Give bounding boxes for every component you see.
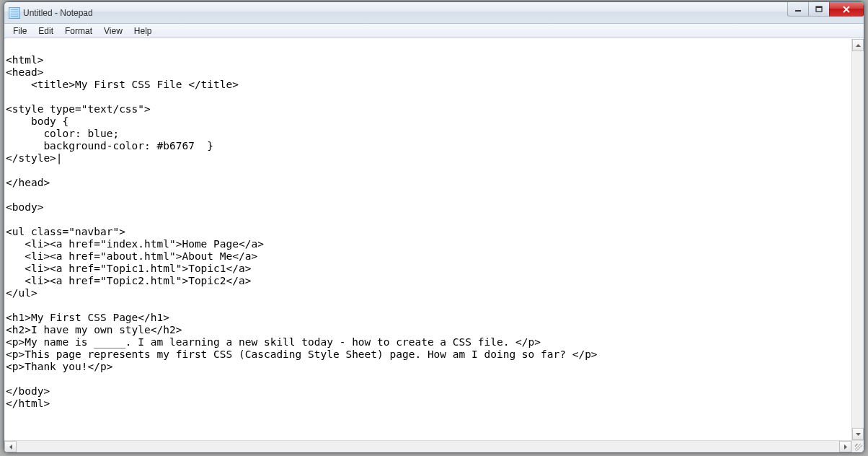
menu-help[interactable]: Help bbox=[128, 25, 158, 38]
menu-view[interactable]: View bbox=[98, 25, 128, 38]
close-icon bbox=[842, 6, 851, 13]
scroll-down-button[interactable] bbox=[852, 428, 864, 440]
maximize-icon bbox=[815, 6, 823, 13]
vertical-scrollbar[interactable] bbox=[851, 39, 864, 440]
close-button[interactable] bbox=[829, 2, 864, 17]
client-area: <html> <head> <title>My First CSS File <… bbox=[4, 38, 864, 440]
maximize-button[interactable] bbox=[808, 2, 830, 17]
vertical-scroll-track[interactable] bbox=[852, 51, 864, 428]
resize-grip[interactable] bbox=[851, 440, 864, 452]
notepad-icon bbox=[9, 7, 20, 19]
bottom-scroll-row bbox=[4, 440, 864, 452]
svg-rect-2 bbox=[816, 6, 822, 8]
notepad-window: Untitled - Notepad File Edit Format View… bbox=[4, 1, 864, 453]
titlebar[interactable]: Untitled - Notepad bbox=[4, 2, 864, 24]
chevron-right-icon bbox=[844, 444, 847, 450]
horizontal-scroll-track[interactable] bbox=[17, 441, 839, 452]
menu-file[interactable]: File bbox=[7, 25, 32, 38]
menu-edit[interactable]: Edit bbox=[32, 25, 59, 38]
text-editor[interactable]: <html> <head> <title>My First CSS File <… bbox=[4, 39, 851, 440]
horizontal-scrollbar[interactable] bbox=[4, 440, 851, 452]
scroll-left-button[interactable] bbox=[4, 441, 17, 452]
minimize-icon bbox=[794, 6, 802, 13]
scroll-right-button[interactable] bbox=[839, 441, 851, 452]
window-controls bbox=[788, 2, 864, 17]
menubar: File Edit Format View Help bbox=[4, 24, 864, 38]
chevron-left-icon bbox=[9, 444, 12, 450]
minimize-button[interactable] bbox=[787, 2, 809, 17]
menu-format[interactable]: Format bbox=[59, 25, 98, 38]
chevron-down-icon bbox=[856, 433, 861, 436]
svg-rect-0 bbox=[795, 10, 801, 12]
chevron-up-icon bbox=[856, 44, 861, 47]
window-title: Untitled - Notepad bbox=[23, 8, 93, 18]
scroll-up-button[interactable] bbox=[852, 39, 864, 51]
